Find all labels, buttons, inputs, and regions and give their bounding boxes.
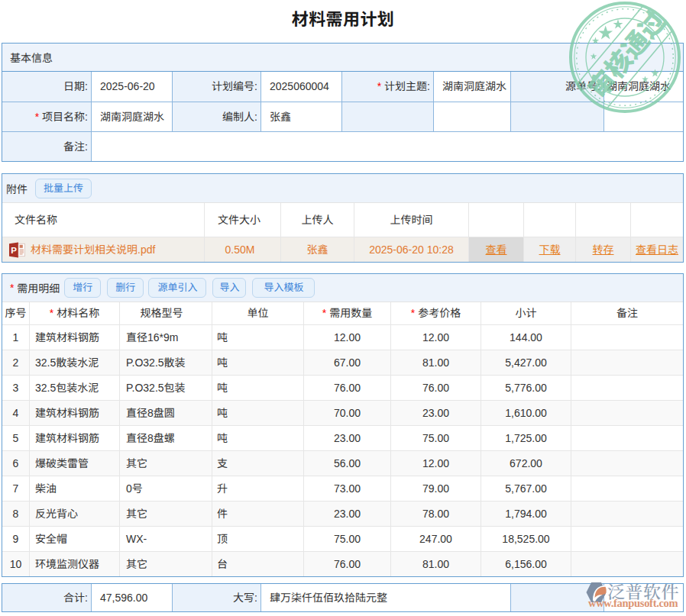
svg-text:P: P — [11, 246, 17, 255]
svg-text:审核通过: 审核通过 — [578, 2, 674, 105]
